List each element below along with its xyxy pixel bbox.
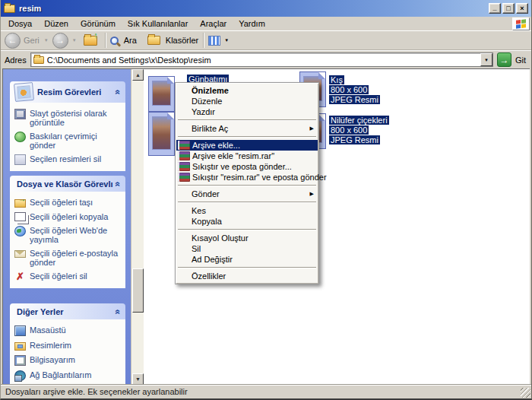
file-label-nilufer[interactable]: Nilüfer çiçekleri 800 x 600 JPEG Resmi: [329, 116, 389, 145]
scroll-down-icon[interactable]: ▼: [132, 373, 144, 385]
back-label: Geri: [24, 36, 40, 45]
menu-item-duzenle[interactable]: Düzenle: [176, 96, 318, 106]
address-dropdown-button[interactable]: ▼: [480, 53, 492, 66]
address-folder-icon: [33, 56, 44, 64]
up-folder-button[interactable]: ↑: [84, 36, 97, 46]
menu-sik-kullanilanlar[interactable]: Sık Kullanılanlar: [122, 17, 195, 30]
go-button[interactable]: →: [497, 52, 511, 67]
folder-icon: [4, 5, 15, 13]
menu-item-arsive-ekle[interactable]: Arşive ekle...: [176, 140, 318, 151]
back-dropdown-icon[interactable]: ▼: [44, 38, 49, 43]
my-pictures-icon: [14, 342, 26, 351]
status-bar: Dosyaları arşive ekle. Ek seçenekler aya…: [1, 385, 531, 398]
folders-button[interactable]: Klasörler: [166, 36, 198, 45]
menu-item-kes[interactable]: Kes: [176, 205, 318, 216]
menu-item-gonder[interactable]: Gönder▶: [176, 189, 318, 199]
winrar-books-icon: [178, 141, 190, 150]
chevron-up-icon[interactable]: «: [113, 181, 124, 186]
minimize-icon[interactable]: _: [489, 3, 501, 14]
page-corner: [167, 77, 174, 84]
menu-item-onizleme[interactable]: Önizleme: [176, 85, 318, 96]
email-icon: [14, 250, 26, 258]
scroll-up-icon[interactable]: ▲: [132, 69, 144, 81]
section-title: Resim Görevleri: [35, 87, 116, 97]
menu-item-arsive-ekle-rar[interactable]: Arşive ekle "resim.rar": [176, 151, 318, 161]
search-button[interactable]: Ara: [124, 36, 137, 45]
copy-icon: [14, 212, 26, 221]
task-publish-web[interactable]: Seçili öğeleri Web'de yayımla: [14, 226, 122, 244]
menu-item-ozellikler[interactable]: Özellikler: [176, 271, 318, 281]
window-title: resim: [19, 4, 41, 13]
forward-button[interactable]: →: [52, 33, 68, 49]
address-bar: Adres C:\Documents and Settings\x\Deskto…: [1, 50, 531, 68]
place-network[interactable]: Ağ Bağlantılarım: [14, 370, 122, 381]
network-icon: [14, 370, 26, 381]
context-menu: Önizleme Düzenle Yazdır Birlikte Aç▶ Arş…: [175, 82, 319, 284]
menu-item-ad-degistir[interactable]: Ad Değiştir: [176, 254, 318, 265]
task-email-items[interactable]: Seçili öğeleri e-postayla gönder: [14, 249, 122, 267]
title-bar[interactable]: resim _ □ ×: [1, 0, 531, 17]
file-dimensions: 800 x 600: [329, 85, 369, 94]
menu-dosya[interactable]: Dosya: [2, 17, 38, 30]
taskpane-scrollbar[interactable]: ▲ ▼: [131, 69, 144, 385]
chevron-up-icon[interactable]: «: [113, 309, 124, 314]
toolbar-separator: [105, 33, 106, 48]
menu-araclar[interactable]: Araçlar: [194, 17, 233, 30]
task-move-items[interactable]: Seçili öğeleri taşı: [14, 198, 122, 208]
file-thumbnail-gunbatimi[interactable]: [148, 76, 175, 112]
file-thumbnail-2[interactable]: [148, 112, 175, 156]
menu-separator: [178, 267, 316, 268]
menu-separator: [178, 119, 316, 121]
chevron-up-icon[interactable]: «: [113, 90, 124, 95]
menu-separator: [178, 229, 316, 230]
section-header[interactable]: Dosya ve Klasör Görevlı «: [10, 176, 125, 192]
go-label: Git: [515, 56, 526, 65]
address-path: C:\Documents and Settings\x\Desktop\resi…: [47, 56, 480, 65]
menu-duzen[interactable]: Düzen: [38, 17, 74, 30]
page-corner: [318, 72, 325, 79]
scrollbar-thumb[interactable]: [132, 268, 144, 313]
windows-logo-icon: [512, 17, 530, 30]
menu-item-kisayol-olustur[interactable]: Kısayol Oluştur: [176, 233, 318, 243]
menu-item-sikistir-rar-eposta[interactable]: Sıkıştır "resim.rar" ve eposta gönder: [176, 172, 318, 183]
place-my-pictures[interactable]: Resimlerim: [14, 341, 122, 351]
menu-item-sil[interactable]: Sil: [176, 243, 318, 254]
maximize-icon[interactable]: □: [502, 3, 515, 14]
file-type: JPEG Resmi: [329, 95, 380, 104]
back-button[interactable]: ←: [5, 33, 21, 49]
forward-dropdown-icon[interactable]: ▼: [72, 38, 77, 43]
file-list-view[interactable]: Günbatımı Kış 800 x 600 JPEG Resmi Nilüf…: [144, 69, 530, 385]
views-icon[interactable]: [208, 36, 220, 46]
menu-gorunum[interactable]: Görünüm: [74, 17, 122, 30]
task-slideshow[interactable]: Slayt gösterisi olarak görüntüle: [14, 109, 122, 127]
resize-grip[interactable]: [521, 388, 530, 398]
section-dosya-klasor-gorevleri: Dosya ve Klasör Görevlı « Seçili öğeleri…: [10, 176, 125, 288]
task-copy-items[interactable]: Seçili öğeleri kopyala: [14, 212, 122, 221]
delete-picture-icon: [14, 154, 26, 165]
toolbar-separator: [203, 33, 204, 48]
winrar-books-icon: [178, 173, 190, 182]
content-area: Resim Görevleri « Slayt gösterisi olarak…: [2, 68, 530, 385]
task-delete-items[interactable]: ✗ Seçili öğeleri sil: [14, 271, 122, 282]
views-dropdown-icon[interactable]: ▼: [224, 38, 229, 43]
close-icon[interactable]: ×: [516, 3, 528, 14]
section-header[interactable]: Resim Görevleri «: [10, 81, 125, 103]
address-input[interactable]: C:\Documents and Settings\x\Desktop\resi…: [30, 52, 493, 67]
winrar-books-icon: [178, 151, 190, 160]
photo-preview: [152, 81, 171, 106]
status-text: Dosyaları arşive ekle. Ek seçenekler aya…: [5, 387, 188, 396]
task-order-prints[interactable]: Baskıları çevrimiçi gönder: [14, 132, 122, 150]
file-label-kis[interactable]: Kış 800 x 600 JPEG Resmi: [329, 75, 380, 105]
section-title: Diğer Yerler: [14, 307, 116, 316]
menu-item-sikistir-eposta[interactable]: Sıkıştır ve eposta gönder...: [176, 161, 318, 172]
menu-item-birlikte-ac[interactable]: Birlikte Aç▶: [176, 123, 318, 134]
section-header[interactable]: Diğer Yerler «: [10, 303, 125, 319]
menu-item-yazdir[interactable]: Yazdır: [176, 106, 318, 117]
place-my-computer[interactable]: Bilgisayarım: [14, 355, 122, 366]
menu-item-kopyala[interactable]: Kopyala: [176, 216, 318, 227]
task-delete-pictures[interactable]: Seçilen resimleri sil: [14, 154, 122, 165]
menu-separator: [178, 202, 316, 203]
menu-yardim[interactable]: Yardım: [233, 17, 271, 30]
place-desktop[interactable]: Masaüstü: [14, 325, 122, 336]
file-type: JPEG Resmi: [329, 135, 380, 144]
